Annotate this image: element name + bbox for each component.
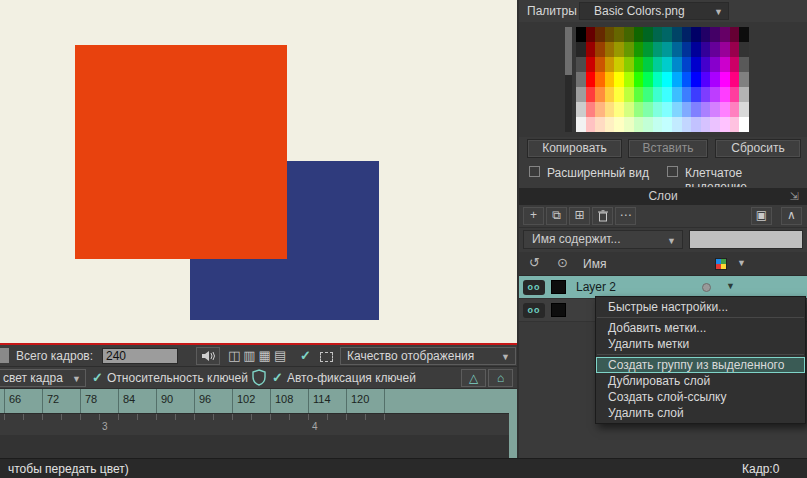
palette-swatch[interactable] bbox=[595, 102, 605, 117]
palette-swatch[interactable] bbox=[605, 27, 615, 42]
ruler-frame-label[interactable]: 90 bbox=[156, 389, 194, 413]
canvas-viewport[interactable] bbox=[0, 0, 517, 343]
palette-swatch[interactable] bbox=[701, 87, 711, 102]
palette-swatch[interactable] bbox=[730, 117, 740, 132]
palette-swatch[interactable] bbox=[634, 42, 644, 57]
palette-swatch[interactable] bbox=[634, 57, 644, 72]
new-layer-button[interactable]: + bbox=[523, 207, 544, 225]
palette-swatch[interactable] bbox=[605, 87, 615, 102]
palette-swatch[interactable] bbox=[605, 57, 615, 72]
palette-swatch[interactable] bbox=[653, 102, 663, 117]
autokey-checkbox[interactable]: ✓ bbox=[272, 370, 283, 385]
palette-swatch[interactable] bbox=[576, 72, 586, 87]
palette-swatch[interactable] bbox=[586, 87, 596, 102]
palette-swatch[interactable] bbox=[634, 27, 644, 42]
palette-swatch[interactable] bbox=[653, 117, 663, 132]
palette-swatch[interactable] bbox=[730, 87, 740, 102]
palette-swatch[interactable] bbox=[710, 57, 720, 72]
palette-swatch[interactable] bbox=[643, 102, 653, 117]
palette-swatch[interactable] bbox=[643, 27, 653, 42]
palette-swatch[interactable] bbox=[605, 72, 615, 87]
palette-swatch[interactable] bbox=[682, 42, 692, 57]
palette-swatch[interactable] bbox=[672, 87, 682, 102]
palette-swatch[interactable] bbox=[624, 27, 634, 42]
palette-swatch[interactable] bbox=[720, 27, 730, 42]
palette-swatch[interactable] bbox=[739, 72, 749, 87]
palette-swatch[interactable] bbox=[595, 117, 605, 132]
palette-swatch[interactable] bbox=[739, 117, 749, 132]
palette-swatch[interactable] bbox=[662, 102, 672, 117]
palette-swatch[interactable] bbox=[739, 57, 749, 72]
palette-swatch[interactable] bbox=[710, 72, 720, 87]
palette-swatch[interactable] bbox=[720, 72, 730, 87]
palette-swatch[interactable] bbox=[710, 42, 720, 57]
palette-swatch[interactable] bbox=[682, 27, 692, 42]
target-icon[interactable]: ⊙ bbox=[557, 255, 568, 270]
timeline-ruler[interactable]: 667278849096102108114120 bbox=[0, 389, 517, 413]
timeline-scrollbar[interactable] bbox=[509, 389, 517, 458]
total-frames-input[interactable] bbox=[102, 348, 178, 364]
duplicate-layer-button[interactable]: ⧉ bbox=[546, 207, 567, 225]
palette-swatch[interactable] bbox=[624, 42, 634, 57]
paste-button[interactable]: Вставить bbox=[628, 139, 708, 158]
palette-swatch[interactable] bbox=[614, 27, 624, 42]
orange-square-shape[interactable] bbox=[75, 45, 287, 259]
palette-swatch[interactable] bbox=[605, 117, 615, 132]
filter-text-input[interactable] bbox=[689, 230, 803, 249]
palette-swatch[interactable] bbox=[643, 57, 653, 72]
checkered-selection-checkbox[interactable] bbox=[667, 166, 678, 177]
palette-swatch[interactable] bbox=[576, 27, 586, 42]
palette-swatch[interactable] bbox=[730, 42, 740, 57]
palette-swatch[interactable] bbox=[672, 102, 682, 117]
color-filter-icon[interactable] bbox=[715, 258, 727, 270]
ruler-frame-label[interactable]: 120 bbox=[346, 389, 384, 413]
palette-swatch[interactable] bbox=[701, 57, 711, 72]
palette-swatch[interactable] bbox=[605, 42, 615, 57]
layer-visibility-toggle[interactable]: oo bbox=[523, 280, 545, 295]
palette-swatch[interactable] bbox=[672, 57, 682, 72]
ruler-frame-label[interactable]: 114 bbox=[308, 389, 346, 413]
view-split-icon[interactable]: ◫ bbox=[228, 347, 240, 365]
palette-swatch[interactable] bbox=[614, 117, 624, 132]
palette-swatch[interactable] bbox=[662, 57, 672, 72]
palette-swatch[interactable] bbox=[662, 87, 672, 102]
relative-keys-checkbox[interactable]: ✓ bbox=[92, 370, 103, 385]
palette-swatch[interactable] bbox=[691, 87, 701, 102]
palette-swatch[interactable] bbox=[653, 87, 663, 102]
palette-swatch[interactable] bbox=[710, 117, 720, 132]
context-menu-item[interactable]: Быстрые настройки... bbox=[596, 299, 805, 315]
palette-swatch[interactable] bbox=[586, 42, 596, 57]
palette-swatch[interactable] bbox=[662, 27, 672, 42]
loop-icon[interactable]: ↺ bbox=[529, 255, 540, 270]
panel-view-button[interactable]: ▣ bbox=[751, 207, 772, 225]
palette-swatch[interactable] bbox=[691, 42, 701, 57]
palette-swatch[interactable] bbox=[586, 72, 596, 87]
palette-swatch[interactable] bbox=[653, 27, 663, 42]
palette-swatch[interactable] bbox=[643, 42, 653, 57]
safe-area-icon[interactable] bbox=[320, 352, 333, 362]
palette-swatch[interactable] bbox=[624, 87, 634, 102]
palette-swatch[interactable] bbox=[691, 57, 701, 72]
palette-swatch[interactable] bbox=[586, 102, 596, 117]
palette-swatch[interactable] bbox=[720, 87, 730, 102]
palette-swatch[interactable] bbox=[624, 72, 634, 87]
palette-swatch[interactable] bbox=[576, 57, 586, 72]
palette-file-dropdown[interactable]: Basic Colors.png ▼ bbox=[579, 2, 729, 20]
delete-layer-button[interactable] bbox=[592, 207, 613, 225]
filter-mode-dropdown[interactable]: Имя содержит... ▼ bbox=[523, 230, 683, 249]
palette-swatch[interactable] bbox=[691, 72, 701, 87]
context-menu-item[interactable]: Создать группу из выделенного bbox=[596, 357, 805, 373]
palette-swatch[interactable] bbox=[634, 102, 644, 117]
ruler-frame-label[interactable]: 96 bbox=[194, 389, 232, 413]
chevron-down-icon[interactable]: ▼ bbox=[737, 258, 746, 268]
palette-swatch[interactable] bbox=[643, 72, 653, 87]
palette-swatch[interactable] bbox=[701, 42, 711, 57]
palette-swatch[interactable] bbox=[682, 102, 692, 117]
palette-swatch[interactable] bbox=[720, 57, 730, 72]
palette-swatch[interactable] bbox=[730, 72, 740, 87]
palette-swatch[interactable] bbox=[682, 87, 692, 102]
palette-swatch[interactable] bbox=[634, 87, 644, 102]
layer-caret-icon[interactable]: ▼ bbox=[726, 281, 735, 291]
palette-swatch[interactable] bbox=[653, 72, 663, 87]
palette-swatch[interactable] bbox=[720, 42, 730, 57]
